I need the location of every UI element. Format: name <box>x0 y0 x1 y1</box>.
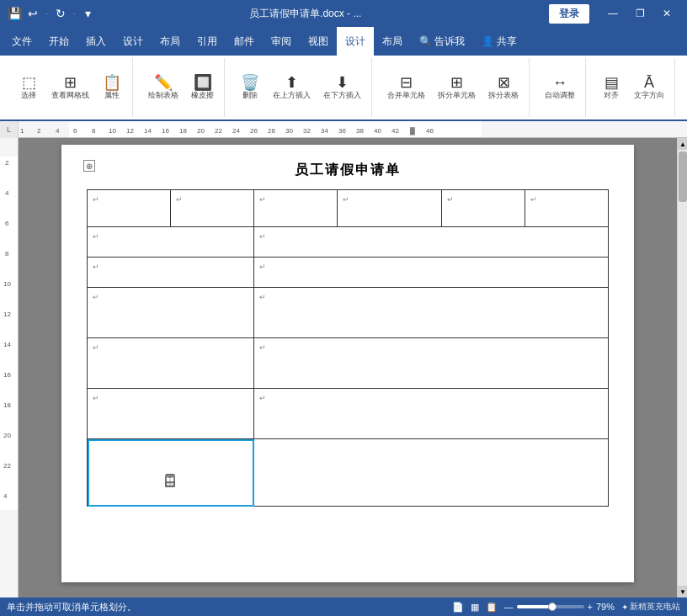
print-layout-icon[interactable]: ▦ <box>471 602 479 613</box>
table-cell[interactable]: ↵ <box>254 389 609 439</box>
direction-icon: Ā <box>644 75 654 90</box>
tab-file[interactable]: 文件 <box>3 27 40 56</box>
ruler-row: L 1 2 4 6 8 10 12 14 16 18 20 22 24 26 2… <box>0 121 687 138</box>
table-cell[interactable] <box>254 439 609 507</box>
table-cell[interactable]: ↵ <box>254 227 609 258</box>
merge-cells-btn[interactable]: ⊟ 合并单元格 <box>382 72 430 104</box>
table-row: ↵ ↵ <box>88 288 609 338</box>
eraser-cursor-icon <box>161 471 181 491</box>
svg-text:14: 14 <box>3 341 11 348</box>
web-layout-icon[interactable]: 📋 <box>486 602 498 613</box>
tab-layout[interactable]: 布局 <box>152 27 189 56</box>
vertical-scrollbar[interactable]: ▲ ▼ <box>677 138 687 597</box>
svg-text:16: 16 <box>162 127 169 135</box>
separator: · <box>45 9 48 19</box>
tab-mailings[interactable]: 邮件 <box>226 27 263 56</box>
minimize-button[interactable]: — <box>599 0 626 27</box>
tab-references[interactable]: 引用 <box>189 27 226 56</box>
table-row: ↵ ↵ <box>88 258 609 288</box>
document-title: 员工请假申请单 <box>87 162 609 179</box>
split-table-btn[interactable]: ⊠ 拆分表格 <box>483 72 524 104</box>
insert-above-btn[interactable]: ⬆ 在上方插入 <box>268 72 316 104</box>
tab-home[interactable]: 开始 <box>40 27 77 56</box>
svg-text:12: 12 <box>126 127 134 135</box>
table-cell[interactable]: ↵ <box>171 190 254 227</box>
insert-above-icon: ⬆ <box>285 75 298 90</box>
tab-design2[interactable]: 设计 <box>337 27 374 56</box>
person-icon: 👤 <box>482 35 494 47</box>
table-cell[interactable]: ↵ <box>338 190 442 227</box>
tab-review[interactable]: 审阅 <box>263 27 300 56</box>
table-cell[interactable]: ↵ <box>88 338 254 389</box>
document-scroll[interactable]: ⊕ 员工请假申请单 ↵ ↵ ↵ ↵ ↵ ↵ ↵ ↵ <box>19 138 677 597</box>
select-btn[interactable]: ⬚ 选择 <box>13 72 44 104</box>
separator2: · <box>73 9 76 19</box>
status-hint: 单击并拖动可取消单元格划分。 <box>7 601 442 613</box>
svg-text:18: 18 <box>3 401 11 409</box>
redo-icon[interactable]: ↻ <box>53 6 68 21</box>
svg-text:40: 40 <box>374 127 381 135</box>
gridlines-icon: ⊞ <box>64 75 77 90</box>
table-cell[interactable]: ↵ <box>254 258 609 288</box>
tab-insert[interactable]: 插入 <box>77 27 114 56</box>
table-cell[interactable]: ↵ <box>254 190 338 227</box>
svg-text:6: 6 <box>73 127 77 135</box>
undo-icon[interactable]: ↩ <box>25 6 40 21</box>
split-icon: ⊞ <box>450 75 463 90</box>
table-cell[interactable]: ↵ <box>441 190 525 227</box>
draw-table-btn[interactable]: ✏️ 绘制表格 <box>143 72 184 104</box>
gridlines-btn[interactable]: ⊞ 查看网格线 <box>46 72 94 104</box>
insert-below-icon: ⬇ <box>336 75 349 90</box>
draw-icon: ✏️ <box>154 75 173 90</box>
table-cell[interactable]: ↵ <box>254 288 609 338</box>
table-cell[interactable]: ↵ <box>254 338 609 389</box>
tab-design[interactable]: 设计 <box>114 27 152 56</box>
align-tl-btn[interactable]: ▤ 对齐 <box>596 72 626 104</box>
split-cells-btn[interactable]: ⊞ 拆分单元格 <box>433 72 481 104</box>
table-cell[interactable]: ↵ <box>88 288 254 338</box>
align-tl-icon: ▤ <box>604 75 619 90</box>
zoom-slider[interactable] <box>517 605 584 608</box>
delete-btn[interactable]: 🗑️ 删除 <box>235 72 265 104</box>
insert-below-btn[interactable]: ⬇ 在下方插入 <box>318 72 366 104</box>
table-cell[interactable]: ↵ <box>88 190 171 227</box>
watermark-text: 新精英充电站 <box>630 601 680 613</box>
table-cell[interactable]: ↵ <box>525 190 608 227</box>
close-button[interactable]: ✕ <box>653 0 680 27</box>
form-table: ↵ ↵ ↵ ↵ ↵ ↵ ↵ ↵ ↵ ↵ <box>87 189 609 507</box>
table-cell[interactable]: ↵ <box>88 389 254 439</box>
tab-find[interactable]: 🔍 告诉我 <box>411 27 473 56</box>
properties-icon: 📋 <box>103 75 121 90</box>
svg-text:6: 6 <box>5 220 9 227</box>
table-cell[interactable]: ↵ <box>88 258 254 288</box>
scroll-up-button[interactable]: ▲ <box>678 138 687 150</box>
ribbon-tabs: 文件 开始 插入 设计 布局 引用 邮件 审阅 视图 设计 布局 🔍 告诉我 👤… <box>0 27 687 56</box>
status-right: 📄 ▦ 📋 — + 79% ✦ 新精英充电站 <box>452 601 680 613</box>
restore-button[interactable]: ❐ <box>626 0 653 27</box>
svg-text:36: 36 <box>338 127 346 135</box>
save-icon[interactable]: 💾 <box>7 6 22 21</box>
title-text: 员工请假申请单 <box>295 162 401 177</box>
customize-icon[interactable]: ▾ <box>81 6 96 21</box>
scroll-down-button[interactable]: ▼ <box>678 586 687 597</box>
size-group: ↔ 自动调整 <box>535 58 586 117</box>
table-row: ↵ ↵ <box>88 389 609 439</box>
table-move-handle[interactable]: ⊕ <box>83 160 95 172</box>
svg-text:42: 42 <box>391 127 399 135</box>
eraser-btn[interactable]: 🔲 橡皮擦 <box>186 72 219 104</box>
login-button[interactable]: 登录 <box>549 4 589 24</box>
tab-layout2[interactable]: 布局 <box>374 27 411 56</box>
read-mode-icon[interactable]: 📄 <box>452 602 464 613</box>
zoom-out-button[interactable]: — <box>504 602 514 612</box>
zoom-in-button[interactable]: + <box>588 602 593 612</box>
direction-btn[interactable]: Ā 文字方向 <box>629 72 669 104</box>
active-table-cell[interactable] <box>88 439 254 507</box>
properties-btn[interactable]: 📋 属性 <box>97 72 127 104</box>
align-group: ▤ 对齐 Ā 文字方向 <box>591 58 675 117</box>
tab-view[interactable]: 视图 <box>300 27 337 56</box>
zoom-slider-thumb[interactable] <box>548 603 557 611</box>
scroll-thumb[interactable] <box>679 151 687 202</box>
tab-share[interactable]: 👤 共享 <box>473 27 525 56</box>
autofit-btn[interactable]: ↔ 自动调整 <box>540 72 580 104</box>
table-cell[interactable]: ↵ <box>88 227 254 258</box>
